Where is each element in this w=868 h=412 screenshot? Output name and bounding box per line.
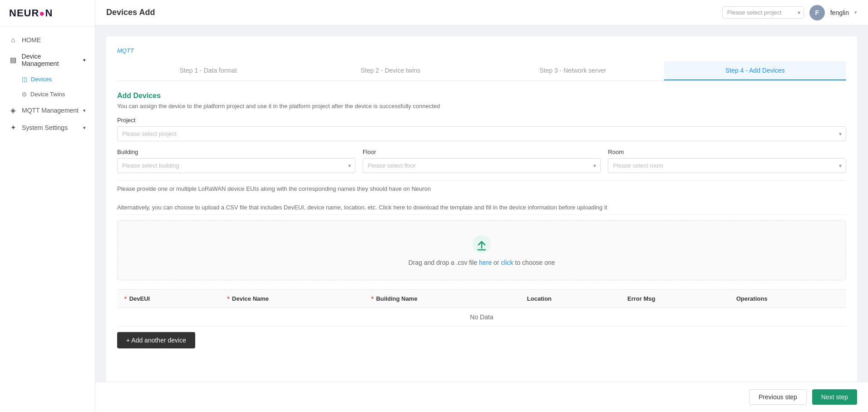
tab-step4[interactable]: Step 4 - Add Devices — [664, 61, 847, 80]
upload-text: Drag and drop a .csv file here or click … — [131, 259, 832, 266]
sidebar-item-label: Device Management — [22, 53, 79, 67]
page-title: Devices Add — [106, 8, 155, 17]
upload-text-post: to choose one — [513, 259, 555, 266]
mqtt-icon: ◈ — [9, 106, 17, 114]
sidebar-item-label: HOME — [22, 36, 41, 44]
user-chevron-icon: ▾ — [854, 10, 857, 15]
add-devices-desc: You can assign the device to the platfor… — [117, 103, 846, 109]
logo-text: NEUR●N — [9, 7, 53, 19]
project-field: Project Please select project — [117, 117, 846, 141]
sidebar-item-system-settings[interactable]: ✦ System Settings ▾ — [0, 119, 95, 136]
add-another-device-button[interactable]: + Add another device — [117, 332, 195, 348]
avatar: F — [809, 5, 825, 20]
table-header: * DevEUI * Device Name * Building Name L… — [117, 290, 846, 308]
chevron-down-icon: ▾ — [83, 108, 86, 114]
upload-text-mid: or — [492, 259, 501, 266]
floor-label: Floor — [363, 149, 601, 155]
sidebar-item-label: MQTT Management — [22, 107, 79, 114]
room-select-wrap: Please select room — [608, 158, 846, 173]
sidebar-item-device-management[interactable]: ▤ Device Management ▾ — [0, 48, 95, 72]
building-field: Building Please select building — [117, 149, 355, 173]
upload-zone[interactable]: Drag and drop a .csv file here or click … — [117, 220, 846, 280]
device-management-icon: ▤ — [9, 56, 17, 64]
chevron-down-icon: ▾ — [83, 57, 86, 63]
col-device-name: * Device Name — [220, 290, 364, 308]
content-card: MQTT Step 1 - Data format Step 2 - Devic… — [106, 36, 857, 382]
settings-icon: ✦ — [9, 124, 17, 132]
sidebar: NEUR●N ⌂ HOME ▤ Device Management ▾ ◫ De… — [0, 0, 95, 412]
sidebar-item-device-twins[interactable]: ⊙ Device Twins — [0, 87, 95, 102]
devices-table: * DevEUI * Device Name * Building Name L… — [117, 289, 846, 327]
info-text-2-post: to download the template and fill in the… — [405, 204, 607, 211]
user-name: fenglin — [830, 9, 849, 16]
upload-icon — [472, 234, 492, 254]
tab-step3[interactable]: Step 3 - Network server — [482, 61, 664, 80]
sidebar-item-label: Device Twins — [30, 91, 65, 98]
floor-field: Floor Please select floor — [363, 149, 601, 173]
building-select[interactable]: Please select building — [117, 158, 355, 173]
device-twins-icon: ⊙ — [22, 91, 27, 98]
content-area: MQTT Step 1 - Data format Step 2 - Devic… — [95, 25, 868, 382]
room-select[interactable]: Please select room — [608, 158, 846, 173]
col-deveui: * DevEUI — [117, 290, 220, 308]
location-row: Building Please select building Floor Pl… — [117, 149, 846, 173]
project-label: Project — [117, 117, 846, 124]
info-text-1: Please provide one or multiple LoRaWAN d… — [117, 180, 846, 197]
building-label: Building — [117, 149, 355, 155]
col-operations: Operations — [729, 290, 846, 308]
download-template-link[interactable]: here — [393, 204, 405, 211]
previous-step-button[interactable]: Previous step — [749, 389, 807, 405]
col-location: Location — [520, 290, 620, 308]
info-text-2: Alternatively, you can choose to upload … — [117, 200, 846, 215]
building-select-wrap: Please select building — [117, 158, 355, 173]
table-body: No Data — [117, 308, 846, 327]
logo: NEUR●N — [0, 0, 95, 27]
project-select-wrap: Please select project — [722, 6, 804, 19]
tab-step2[interactable]: Step 2 - Device twins — [300, 61, 482, 80]
sidebar-item-mqtt-management[interactable]: ◈ MQTT Management ▾ — [0, 102, 95, 119]
sidebar-item-devices[interactable]: ◫ Devices — [0, 72, 95, 87]
footer-actions: Previous step Next step — [95, 382, 868, 412]
table-row: No Data — [117, 308, 846, 327]
steps-bar: Step 1 - Data format Step 2 - Device twi… — [117, 61, 846, 81]
project-select[interactable]: Please select project — [117, 126, 846, 141]
room-label: Room — [608, 149, 846, 155]
upload-text-pre: Drag and drop a .csv file — [409, 259, 479, 266]
col-building-name: * Building Name — [364, 290, 520, 308]
next-step-button[interactable]: Next step — [812, 389, 857, 405]
project-select-dropdown[interactable]: Please select project — [722, 6, 804, 19]
main-content: Devices Add Please select project F feng… — [95, 0, 868, 412]
project-select-wrap2: Please select project — [117, 126, 846, 141]
sidebar-item-label: System Settings — [22, 124, 68, 131]
info-text-2-pre: Alternatively, you can choose to upload … — [117, 204, 393, 211]
sidebar-nav: ⌂ HOME ▤ Device Management ▾ ◫ Devices ⊙… — [0, 27, 95, 412]
upload-click-link[interactable]: click — [501, 259, 513, 266]
add-devices-heading: Add Devices — [117, 92, 846, 100]
table-header-row: * DevEUI * Device Name * Building Name L… — [117, 290, 846, 308]
home-icon: ⌂ — [9, 36, 17, 44]
floor-select[interactable]: Please select floor — [363, 158, 601, 173]
upload-here-link[interactable]: here — [479, 259, 492, 266]
sidebar-item-label: Devices — [31, 76, 52, 83]
room-field: Room Please select room — [608, 149, 846, 173]
devices-icon: ◫ — [22, 76, 27, 83]
sidebar-item-home[interactable]: ⌂ HOME — [0, 31, 95, 48]
tab-step1[interactable]: Step 1 - Data format — [117, 61, 300, 80]
col-error-msg: Error Msg — [620, 290, 729, 308]
no-data-cell: No Data — [117, 308, 846, 327]
header: Devices Add Please select project F feng… — [95, 0, 868, 25]
floor-select-wrap: Please select floor — [363, 158, 601, 173]
chevron-down-icon: ▾ — [83, 125, 86, 131]
mqtt-label: MQTT — [117, 47, 846, 54]
header-right: Please select project F fenglin ▾ — [722, 5, 857, 20]
